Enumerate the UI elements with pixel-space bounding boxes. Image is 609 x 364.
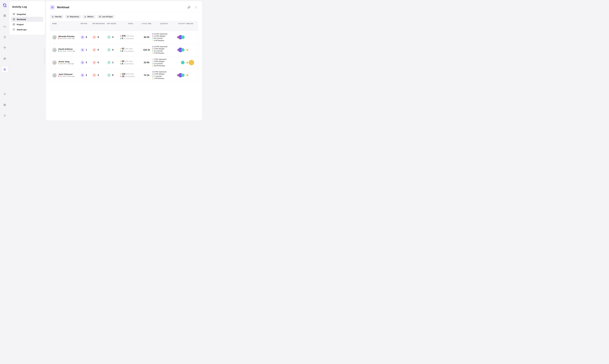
- branch-icon: [93, 35, 96, 39]
- svg-point-4: [4, 59, 5, 59]
- activity-line: 41 Commits: [153, 50, 176, 52]
- activity-line: 65 PR Reviews: [153, 65, 176, 67]
- svg-point-5: [5, 59, 5, 59]
- filter-repository-label: Repository: [70, 16, 79, 18]
- sidebar-scrollbar[interactable]: [44, 49, 45, 65]
- wip-branches-value: 9: [97, 36, 99, 39]
- main-panel: Workload View By Repository Metrics Last…: [46, 1, 202, 120]
- filter-bar: View By Repository Metrics Last 30 Days: [50, 12, 198, 21]
- avatar: [52, 60, 56, 65]
- branch-icon: [93, 61, 96, 65]
- svg-point-32: [83, 50, 83, 51]
- pr-size: 83(PR Size): [121, 60, 140, 63]
- last-seen: last seen 8 days ago: [58, 38, 75, 39]
- cycle-time-value: 7d 1h: [140, 74, 153, 77]
- nav-dashboard-icon[interactable]: [2, 13, 8, 19]
- activity-timeline: [176, 59, 196, 66]
- issue-icon: [107, 73, 111, 77]
- svg-point-10: [4, 104, 5, 105]
- col-name: Name: [52, 23, 81, 29]
- sidebar-item-label: Stand-ups: [17, 28, 27, 31]
- svg-point-15: [196, 7, 196, 7]
- svg-point-16: [196, 8, 196, 8]
- nav-help-icon[interactable]: [2, 102, 8, 108]
- wip-prs-value: 1: [86, 49, 87, 51]
- table-row[interactable]: Miranda Priesleylast seen 8 days ago8935…: [50, 31, 198, 44]
- wip-prs-value: 8: [86, 36, 87, 39]
- nav-document-icon[interactable]: [2, 34, 8, 40]
- table-row[interactable]: Jack O'Donnellast seen 6 days ago239122(…: [50, 69, 198, 81]
- table-row[interactable]: Annie Yanglast seen 1 day ago35183(PR Si…: [50, 56, 198, 69]
- svg-point-6: [5, 59, 5, 59]
- activity-line: 10 PRs Openened: [153, 46, 176, 48]
- svg-rect-23: [99, 16, 101, 17]
- activity-line: 7 Commits: [153, 75, 176, 77]
- svg-point-35: [95, 49, 95, 50]
- svg-point-46: [83, 76, 83, 76]
- activity-timeline: [176, 34, 196, 40]
- filter-metrics[interactable]: Metrics: [83, 15, 96, 19]
- wip-branches-value: 0: [97, 49, 99, 51]
- app-logo-icon[interactable]: [3, 3, 7, 7]
- issue-icon: [107, 61, 111, 65]
- svg-rect-2: [4, 16, 5, 17]
- filter-date-range[interactable]: Last 30 Days: [97, 15, 115, 19]
- sidebar-item-project[interactable]: Project: [11, 22, 43, 27]
- nav-settings-icon[interactable]: [2, 91, 8, 97]
- svg-point-31: [82, 49, 82, 50]
- col-timeline: Activity Timeline: [176, 23, 196, 29]
- filter-repository[interactable]: Repository: [65, 15, 81, 19]
- svg-rect-12: [13, 13, 15, 14]
- table-row[interactable]: David Anthonylast seen 3 hours ago10462(…: [50, 44, 198, 56]
- activity-line: 5 PR Reviews: [153, 52, 176, 54]
- activity-line: 14 PRs Merged: [153, 35, 176, 37]
- layout-icon: [13, 23, 15, 26]
- svg-point-39: [83, 63, 83, 63]
- svg-point-11: [4, 115, 5, 116]
- pr-icon: [81, 73, 84, 77]
- icon-rail: [0, 0, 9, 121]
- avatar: [52, 48, 56, 52]
- page-title: Workload: [57, 6, 69, 9]
- pr-icon: [81, 48, 84, 52]
- comments-count: 6(Comments): [121, 50, 140, 52]
- sidebar-item-snapshot[interactable]: Snapshot: [11, 12, 43, 17]
- share-link-button[interactable]: [187, 5, 191, 9]
- chat-icon: [13, 28, 15, 31]
- nav-user-icon[interactable]: [2, 113, 8, 119]
- activity-summary: 15 PRs Openened14 PRs Merged40 Commits0 …: [153, 33, 176, 42]
- comments-count: 0(Comments): [121, 37, 140, 40]
- sidebar-item-workload[interactable]: Workload: [11, 17, 43, 22]
- pr-size: 122(PR Size): [121, 73, 140, 75]
- nav-trophy-icon[interactable]: [2, 45, 8, 51]
- filter-metrics-label: Metrics: [87, 16, 94, 18]
- pr-size: 578(PR Size): [121, 35, 140, 37]
- col-wip-prs: WIP PRs: [81, 23, 93, 29]
- nav-chat-icon[interactable]: [2, 56, 8, 62]
- last-seen: last seen 6 days ago: [58, 75, 75, 77]
- wip-branches-value: 5: [97, 61, 99, 64]
- person-name: Jack O'Donnel: [58, 73, 75, 75]
- activity-timeline: [176, 72, 196, 78]
- last-seen: last seen 3 hours ago: [58, 50, 75, 52]
- svg-point-42: [95, 62, 95, 62]
- wip-issues-value: 9: [112, 74, 113, 77]
- sidebar-item-label: Workload: [17, 18, 26, 21]
- svg-point-8: [4, 94, 5, 94]
- filter-view-by[interactable]: View By: [50, 15, 63, 19]
- wip-branches-value: 3: [97, 74, 99, 77]
- svg-point-40: [94, 62, 94, 62]
- sidebar-item-stand-ups[interactable]: Stand-ups: [11, 27, 43, 32]
- svg-point-26: [94, 37, 94, 37]
- nav-archive-icon[interactable]: [2, 67, 8, 73]
- nav-analytics-icon[interactable]: [2, 24, 8, 29]
- more-options-button[interactable]: [194, 5, 198, 9]
- activity-line: 0 PRs Merged: [153, 60, 176, 63]
- svg-rect-20: [68, 16, 69, 17]
- svg-rect-19: [67, 16, 68, 17]
- col-activity: Activity: [153, 23, 176, 29]
- person-name: Miranda Priesley: [58, 35, 75, 38]
- workload-table: Name WIP PRs WIP Branches WIP Issues Tas…: [50, 21, 198, 82]
- activity-timeline: [176, 47, 196, 53]
- svg-rect-22: [68, 17, 69, 17]
